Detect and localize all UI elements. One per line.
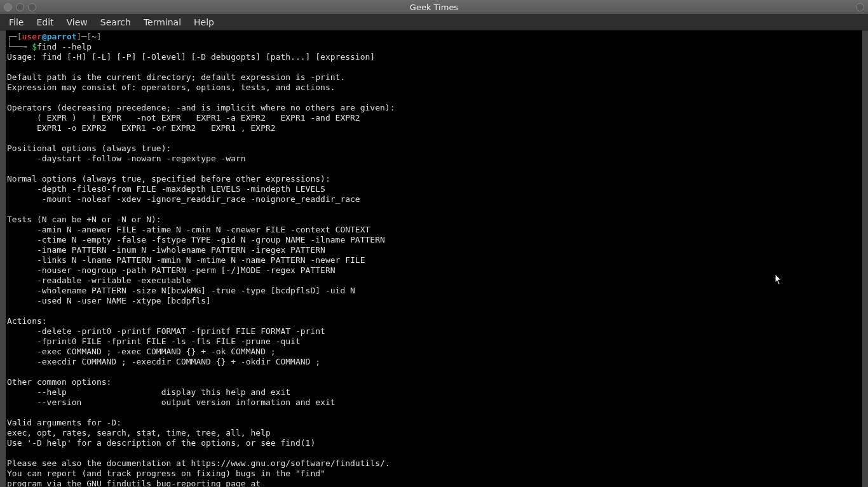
output-line: -mount -noleaf -xdev -ignore_readdir_rac… (7, 194, 360, 204)
output-line: Normal options (always true, specified b… (7, 174, 330, 183)
output-line: Operators (decreasing precedence; -and i… (7, 103, 395, 112)
output-line: Positional options (always true): (7, 143, 171, 153)
terminal-viewport[interactable]: ┌─[user@parrot]─[~] └──╼ $find --help Us… (6, 30, 862, 487)
output-line: -links N -lname PATTERN -mmin N -mtime N… (7, 255, 365, 265)
output-line: -nouser -nogroup -path PATTERN -perm [-/… (7, 265, 336, 275)
output-line: Expression may consist of: operators, op… (7, 83, 336, 92)
output-line: -readable -writable -executable (7, 276, 191, 285)
menu-terminal[interactable]: Terminal (137, 15, 187, 29)
output-line: -execdir COMMAND ; -execdir COMMAND {} +… (7, 357, 320, 366)
output-line: program via the GNU findutils bug-report… (7, 479, 261, 487)
output-line: ( EXPR ) ! EXPR -not EXPR EXPR1 -a EXPR2… (7, 113, 360, 123)
menu-bar: File Edit View Search Terminal Help (0, 14, 868, 30)
window-maximize-button[interactable] (28, 3, 36, 11)
menu-help[interactable]: Help (187, 15, 220, 29)
output-line: -exec COMMAND ; -exec COMMAND {} + -ok C… (7, 347, 276, 356)
prompt-line-1: ┌─[user@parrot]─[~] (7, 32, 102, 41)
output-line: --help display this help and exit (7, 387, 290, 397)
output-line: -wholename PATTERN -size N[bcwkMG] -true… (7, 286, 355, 295)
window-close-button[interactable] (4, 3, 12, 11)
menu-view[interactable]: View (60, 15, 94, 29)
output-line: Usage: find [-H] [-L] [-P] [-Olevel] [-D… (7, 52, 375, 62)
output-line: -delete -print0 -printf FORMAT -fprintf … (7, 326, 325, 336)
output-line: exec, opt, rates, search, stat, time, tr… (7, 428, 271, 437)
window-minimize-button[interactable] (16, 3, 24, 11)
window-title: Geek Times (0, 3, 868, 12)
output-line: -used N -user NAME -xtype [bcdpfls] (7, 296, 211, 305)
output-line: -daystart -follow -nowarn -regextype -wa… (7, 154, 246, 163)
output-line: Actions: (7, 316, 47, 326)
window-titlebar: Geek Times (0, 0, 868, 14)
output-line: -amin N -anewer FILE -atime N -cmin N -c… (7, 225, 370, 234)
output-line: You can report (and track progress on fi… (7, 469, 325, 478)
menu-search[interactable]: Search (94, 15, 137, 29)
menu-file[interactable]: File (3, 15, 30, 29)
output-line: Default path is the current directory; d… (7, 72, 345, 82)
output-line: Use '-D help' for a description of the o… (7, 438, 315, 448)
output-line: -iname PATTERN -inum N -iwholename PATTE… (7, 245, 325, 255)
output-line: Valid arguments for -D: (7, 418, 121, 427)
output-line: -depth -files0-from FILE -maxdepth LEVEL… (7, 184, 325, 194)
window-menu-button[interactable] (856, 3, 864, 11)
output-line: Please see also the documentation at htt… (7, 458, 390, 468)
output-line: --version output version information and… (7, 397, 336, 407)
output-line: -fprint0 FILE -fprint FILE -ls -fls FILE… (7, 337, 301, 346)
output-line: Other common options: (7, 377, 111, 387)
menu-edit[interactable]: Edit (30, 15, 60, 29)
output-line: EXPR1 -o EXPR2 EXPR1 -or EXPR2 EXPR1 , E… (7, 123, 276, 133)
prompt-line-2: └──╼ $find --help (7, 42, 92, 51)
output-line: Tests (N can be +N or -N or N): (7, 215, 161, 224)
output-line: -ctime N -empty -false -fstype TYPE -gid… (7, 235, 385, 244)
